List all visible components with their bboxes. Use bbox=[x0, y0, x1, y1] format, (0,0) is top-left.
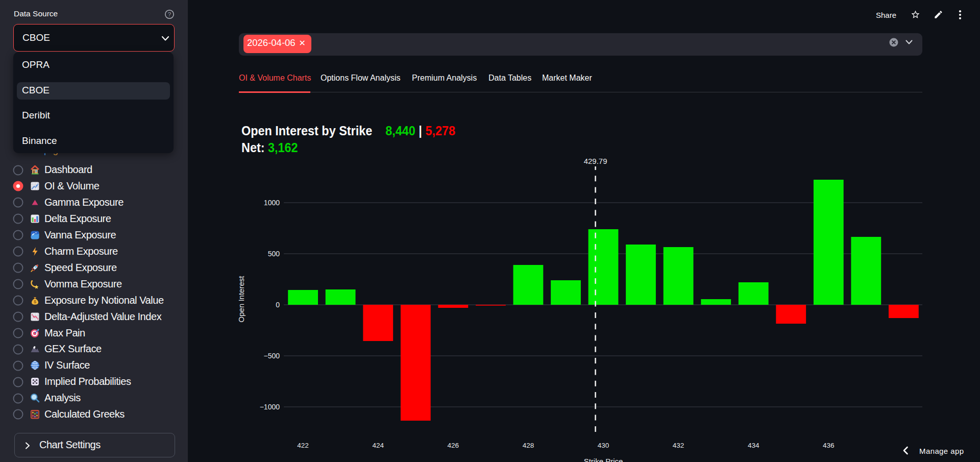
svg-text:$: $ bbox=[34, 299, 36, 304]
svg-text:Open Interest: Open Interest bbox=[237, 276, 246, 323]
svg-text:436: 436 bbox=[823, 442, 835, 449]
svg-text:1000: 1000 bbox=[264, 199, 280, 207]
svg-text:432: 432 bbox=[673, 442, 684, 449]
svg-text:0: 0 bbox=[276, 301, 280, 309]
svg-text:424: 424 bbox=[372, 442, 384, 449]
svg-text:426: 426 bbox=[448, 442, 459, 449]
svg-text:422: 422 bbox=[297, 442, 309, 449]
svg-text:−1000: −1000 bbox=[260, 403, 280, 411]
svg-text:?: ? bbox=[168, 11, 171, 17]
svg-text:428: 428 bbox=[523, 442, 534, 449]
svg-text:429.79: 429.79 bbox=[584, 157, 607, 165]
svg-text:500: 500 bbox=[268, 250, 280, 258]
svg-text:434: 434 bbox=[748, 442, 760, 449]
svg-text:Strike Price: Strike Price bbox=[584, 457, 623, 462]
svg-text:430: 430 bbox=[598, 442, 609, 449]
svg-text:−500: −500 bbox=[263, 352, 280, 360]
